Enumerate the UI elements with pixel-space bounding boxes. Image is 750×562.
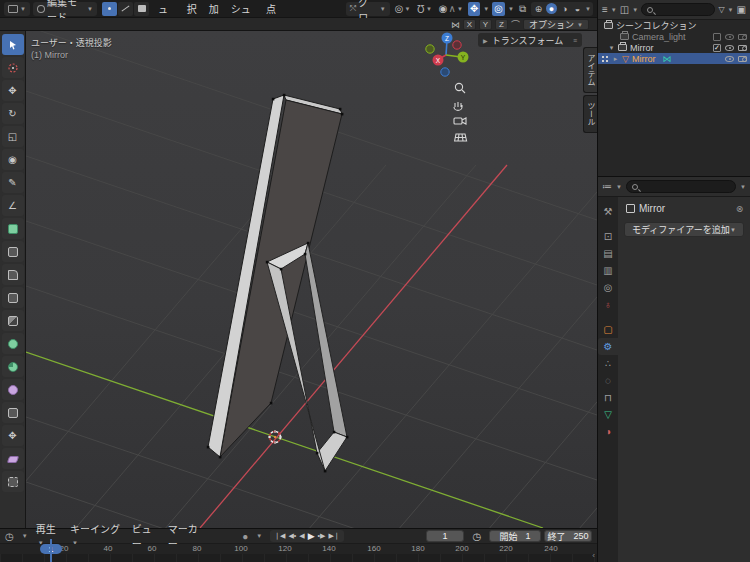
- perspective-grid-icon[interactable]: [455, 134, 467, 141]
- disable-render-camera-icon[interactable]: [738, 34, 747, 40]
- add-modifier-button[interactable]: モディファイアーを追加 ▼: [624, 222, 744, 237]
- snap-toggle[interactable]: Ω▼: [415, 2, 433, 16]
- transform-orientation-dropdown[interactable]: ⤲ グロ... ▼: [346, 2, 390, 16]
- tab-render[interactable]: ⊡: [598, 228, 618, 245]
- face-select-button[interactable]: [134, 2, 149, 16]
- tab-tool[interactable]: ⚒: [598, 203, 618, 220]
- timeline-ruler[interactable]: 20 40 60 80 100 120 140 160 180 200 220 …: [0, 544, 597, 554]
- navigation-gizmo[interactable]: Z X Y: [426, 33, 469, 77]
- shading-solid-button[interactable]: ●: [546, 3, 557, 14]
- tool-cursor[interactable]: [2, 57, 24, 78]
- editor-type-timeline-icon[interactable]: ◷: [5, 531, 14, 542]
- tool-shear[interactable]: [2, 448, 24, 469]
- tab-view-layer[interactable]: ▥: [598, 262, 618, 279]
- cursor-3d[interactable]: [268, 430, 282, 444]
- tab-item[interactable]: アイテム: [583, 47, 597, 93]
- xray-toggle[interactable]: ⧉: [517, 2, 528, 16]
- use-preview-range-clock-icon[interactable]: ◷: [472, 531, 481, 542]
- tab-particles[interactable]: ∴: [598, 355, 618, 372]
- gizmo-z-neg-axis[interactable]: [441, 68, 449, 76]
- previous-frame-button[interactable]: ◀: [299, 532, 304, 540]
- tool-annotate[interactable]: ✎: [2, 172, 24, 193]
- tool-rip-region[interactable]: [2, 471, 24, 492]
- proportional-edit-toggle[interactable]: ◉∧▼: [437, 2, 465, 16]
- new-collection-icon[interactable]: ▣: [737, 4, 746, 15]
- expand-arrow-icon[interactable]: ▸: [612, 55, 619, 63]
- row-mirror-collection[interactable]: ▾ Mirror ✓: [598, 42, 750, 53]
- timeline-channel-area[interactable]: [0, 554, 597, 562]
- row-camera-light[interactable]: Camera_light: [598, 31, 750, 42]
- display-mode-icon[interactable]: ≡: [602, 4, 608, 15]
- show-overlays-toggle[interactable]: ◎: [492, 2, 505, 16]
- tool-inset-faces[interactable]: [2, 241, 24, 262]
- camera-view-icon[interactable]: [454, 118, 466, 124]
- tab-modifiers[interactable]: ⚙: [598, 338, 618, 355]
- tool-shrink-fatten[interactable]: ✥: [2, 425, 24, 446]
- collapse-arrow-icon[interactable]: ‹: [592, 551, 595, 560]
- shading-wireframe-button[interactable]: ⊕: [533, 3, 544, 14]
- expand-arrow-icon[interactable]: ▾: [608, 44, 615, 52]
- tab-output[interactable]: ▤: [598, 245, 618, 262]
- tool-transform[interactable]: ◉: [2, 149, 24, 170]
- outliner-search-input[interactable]: [641, 3, 715, 16]
- tab-scene[interactable]: ◎: [598, 279, 618, 296]
- pin-icon[interactable]: ⊕: [734, 202, 746, 215]
- tool-select-box[interactable]: [2, 34, 24, 55]
- pan-hand-icon[interactable]: [454, 102, 462, 110]
- tool-poly-build[interactable]: [2, 333, 24, 354]
- vertex-select-button[interactable]: [102, 2, 117, 16]
- play-button[interactable]: ▶: [308, 531, 315, 541]
- zoom-icon[interactable]: [455, 83, 465, 93]
- next-keyframe-button[interactable]: •▶: [318, 532, 326, 540]
- mirror-x-toggle[interactable]: X: [463, 19, 476, 30]
- tab-object-data[interactable]: ▽: [598, 406, 618, 423]
- auto-keying-record-icon[interactable]: ●: [242, 531, 248, 542]
- jump-to-start-button[interactable]: ❘◀: [274, 532, 285, 540]
- row-scene-collection[interactable]: シーンコレクション: [598, 20, 750, 31]
- tool-rotate[interactable]: ↻: [2, 103, 24, 124]
- tab-physics[interactable]: ◌: [598, 372, 618, 389]
- tool-spin[interactable]: [2, 356, 24, 377]
- transform-panel-header[interactable]: ▶ トランスフォーム ≡: [478, 33, 582, 47]
- tab-material[interactable]: ◑: [598, 423, 618, 440]
- disable-render-camera-icon[interactable]: [738, 45, 747, 51]
- properties-search-input[interactable]: [626, 180, 736, 193]
- row-mirror-object[interactable]: ▸ ▽ Mirror ⋈: [598, 53, 750, 64]
- disable-render-camera-icon[interactable]: [738, 56, 747, 62]
- hide-eye-icon[interactable]: [725, 45, 734, 51]
- edge-select-button[interactable]: [118, 2, 133, 16]
- tab-constraints[interactable]: ⊓: [598, 389, 618, 406]
- tool-measure[interactable]: ∠: [2, 195, 24, 216]
- frame-end-field[interactable]: 終了250: [544, 530, 592, 542]
- jump-to-end-button[interactable]: ▶❘: [328, 532, 339, 540]
- exclude-checkbox[interactable]: ✓: [713, 44, 721, 52]
- mirror-y-toggle[interactable]: Y: [479, 19, 492, 30]
- tool-knife[interactable]: [2, 310, 24, 331]
- mode-selector[interactable]: 編集モード ▼: [33, 2, 97, 16]
- gizmo-y-neg-axis[interactable]: [426, 45, 434, 53]
- filter-collection-icon[interactable]: ◫: [620, 4, 629, 15]
- current-frame-field[interactable]: 1: [426, 530, 465, 542]
- tool-loop-cut[interactable]: [2, 287, 24, 308]
- exclude-checkbox[interactable]: [713, 33, 721, 41]
- filter-funnel-icon[interactable]: ▽: [718, 5, 724, 14]
- tab-object[interactable]: ▢: [598, 321, 618, 338]
- gizmo-x-neg-axis[interactable]: [453, 41, 461, 49]
- options-dropdown[interactable]: オプション▼: [523, 19, 589, 30]
- shading-rendered-button[interactable]: ◒: [572, 3, 583, 14]
- tool-smooth[interactable]: [2, 379, 24, 400]
- tool-edge-slide[interactable]: [2, 402, 24, 423]
- tool-bevel[interactable]: [2, 264, 24, 285]
- mirror-z-toggle[interactable]: Z: [495, 19, 508, 30]
- tool-extrude-region[interactable]: [2, 218, 24, 239]
- pivot-point-dropdown[interactable]: ◎▼: [393, 2, 413, 16]
- hide-eye-icon[interactable]: [725, 34, 734, 40]
- shading-material-button[interactable]: ◑: [559, 3, 570, 14]
- tool-move[interactable]: ✥: [2, 80, 24, 101]
- tab-world[interactable]: ♁: [598, 296, 618, 313]
- viewport-3d[interactable]: Z X Y ユーザー・透視投影 (1) Mirror ▶ トランスフォーム ≡ …: [26, 31, 597, 528]
- editor-type-properties-icon[interactable]: ≔: [602, 181, 612, 192]
- frame-start-field[interactable]: 開始1: [489, 530, 541, 542]
- show-gizmo-toggle[interactable]: ✥: [468, 2, 480, 16]
- tool-scale[interactable]: ◱: [2, 126, 24, 147]
